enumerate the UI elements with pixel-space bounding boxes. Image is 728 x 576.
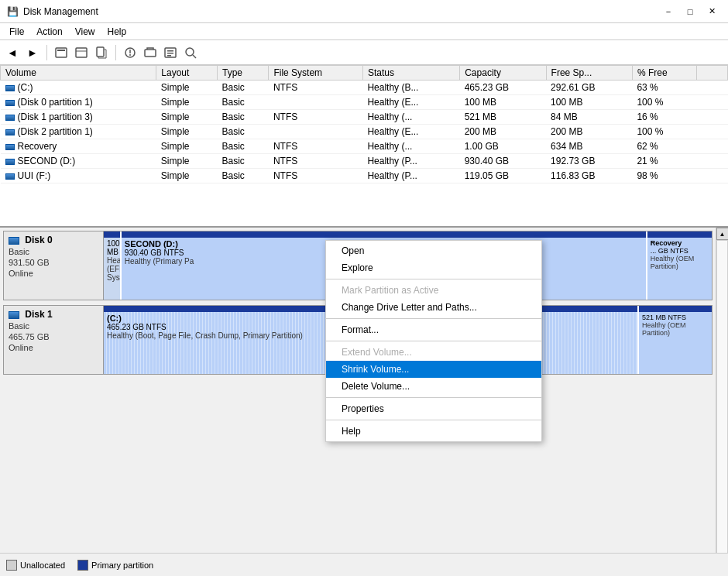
disk-0-label: Disk 0 Basic 931.50 GB Online bbox=[3, 231, 104, 300]
context-menu-separator bbox=[326, 341, 541, 341]
cell-extra bbox=[697, 110, 728, 125]
toolbar-btn-1[interactable] bbox=[52, 43, 70, 62]
legend-primary-label: Primary partition bbox=[91, 561, 153, 570]
toolbar-btn-3[interactable] bbox=[92, 43, 111, 62]
context-menu: OpenExploreMark Partition as ActiveChang… bbox=[325, 240, 542, 442]
disk-0-part-recovery-content: Recovery ... GB NTFS Healthy (OEM Partit… bbox=[647, 238, 712, 300]
legend-unallocated: Unallocated bbox=[6, 560, 65, 571]
table-row[interactable]: (C:) Simple Basic NTFS Healthy (B... 465… bbox=[1, 81, 728, 95]
cell-fs: NTFS bbox=[269, 110, 363, 125]
cell-layout: Simple bbox=[156, 125, 218, 139]
disk-0-part-efi[interactable]: 100 MB Healthy (EFI Syste bbox=[104, 231, 122, 300]
toolbar-btn-4[interactable] bbox=[121, 43, 139, 62]
table-row[interactable]: (Disk 1 partition 3) Simple Basic NTFS H… bbox=[1, 110, 728, 125]
cell-capacity: 521 MB bbox=[460, 110, 546, 125]
disk-0-name: Disk 0 bbox=[9, 235, 98, 245]
table-row[interactable]: Recovery Simple Basic NTFS Healthy (... … bbox=[1, 139, 728, 154]
menu-bar: File Action View Help bbox=[0, 23, 728, 40]
context-menu-item-change-drive-letter-and-paths-[interactable]: Change Drive Letter and Paths... bbox=[326, 299, 541, 316]
disk-1-size: 465.75 GB bbox=[9, 332, 98, 341]
disk-1-icon bbox=[9, 311, 19, 319]
cell-volume: UUI (F:) bbox=[1, 169, 156, 183]
table-row[interactable]: (Disk 0 partition 1) Simple Basic Health… bbox=[1, 95, 728, 110]
context-menu-item-format-[interactable]: Format... bbox=[326, 321, 541, 338]
context-menu-separator bbox=[326, 397, 541, 398]
context-menu-item-extend-volume-: Extend Volume... bbox=[326, 344, 541, 361]
cell-free: 200 MB bbox=[546, 125, 632, 139]
volume-table-container[interactable]: Volume Layout Type File System Status Ca… bbox=[0, 65, 728, 228]
disk-1-label: Disk 1 Basic 465.75 GB Online bbox=[3, 305, 104, 375]
disk-1-title: Disk 1 bbox=[25, 309, 52, 320]
toolbar: ◄ ► bbox=[0, 40, 728, 65]
cell-volume: (Disk 1 partition 3) bbox=[1, 110, 156, 125]
cell-free: 292.61 GB bbox=[546, 81, 632, 95]
cell-capacity: 930.40 GB bbox=[460, 154, 546, 169]
svg-rect-12 bbox=[167, 55, 171, 57]
cell-capacity: 100 MB bbox=[460, 95, 546, 110]
disk-0-title: Disk 0 bbox=[25, 235, 52, 245]
cell-capacity: 465.23 GB bbox=[460, 81, 546, 95]
toolbar-btn-2[interactable] bbox=[72, 43, 91, 62]
context-menu-item-properties[interactable]: Properties bbox=[326, 400, 541, 417]
disk-0-type: Basic bbox=[9, 247, 98, 256]
disk-1-status: Online bbox=[9, 343, 98, 352]
context-menu-item-shrink-volume-[interactable]: Shrink Volume... bbox=[326, 361, 541, 378]
disk-0-size: 931.50 GB bbox=[9, 258, 98, 267]
col-status[interactable]: Status bbox=[362, 66, 459, 81]
toolbar-btn-6[interactable] bbox=[161, 43, 180, 62]
svg-line-14 bbox=[193, 55, 196, 58]
toolbar-btn-5[interactable] bbox=[141, 43, 160, 62]
menu-help[interactable]: Help bbox=[101, 23, 133, 39]
context-menu-item-open[interactable]: Open bbox=[326, 242, 541, 259]
cell-pct: 100 % bbox=[632, 125, 696, 139]
col-pctfree[interactable]: % Free bbox=[632, 66, 696, 81]
disk-1-part-oem[interactable]: 521 MB NTFS Healthy (OEM Partition) bbox=[639, 306, 712, 374]
cell-free: 634 MB bbox=[546, 139, 632, 154]
cell-free: 84 MB bbox=[546, 110, 632, 125]
cell-pct: 98 % bbox=[632, 169, 696, 183]
minimize-button[interactable]: − bbox=[658, 4, 678, 19]
col-freespace[interactable]: Free Sp... bbox=[546, 66, 632, 81]
svg-rect-1 bbox=[57, 50, 65, 51]
window-controls: − □ ✕ bbox=[658, 4, 722, 19]
table-row[interactable]: SECOND (D:) Simple Basic NTFS Healthy (P… bbox=[1, 154, 728, 169]
disk-0-part-recovery[interactable]: Recovery ... GB NTFS Healthy (OEM Partit… bbox=[647, 231, 712, 300]
cell-pct: 62 % bbox=[632, 139, 696, 154]
scroll-track[interactable] bbox=[716, 240, 728, 564]
disk-1-type: Basic bbox=[9, 321, 98, 331]
disk-0-icon bbox=[9, 237, 19, 245]
col-filesystem[interactable]: File System bbox=[269, 66, 363, 81]
title-bar: 💾 Disk Management − □ ✕ bbox=[0, 0, 728, 23]
cell-fs: NTFS bbox=[269, 139, 363, 154]
menu-action[interactable]: Action bbox=[30, 23, 68, 39]
context-menu-item-help[interactable]: Help bbox=[326, 423, 541, 440]
cell-type: Basic bbox=[218, 169, 269, 183]
toolbar-btn-7[interactable] bbox=[181, 43, 200, 62]
scroll-up-arrow[interactable]: ▲ bbox=[716, 228, 729, 240]
close-button[interactable]: ✕ bbox=[702, 4, 722, 19]
menu-file[interactable]: File bbox=[3, 23, 30, 39]
legend-primary-box bbox=[77, 560, 88, 571]
cell-status: Healthy (B... bbox=[362, 81, 459, 95]
col-layout[interactable]: Layout bbox=[156, 66, 218, 81]
cell-fs: NTFS bbox=[269, 169, 363, 183]
toolbar-forward[interactable]: ► bbox=[23, 43, 42, 62]
toolbar-back[interactable]: ◄ bbox=[3, 43, 22, 62]
maximize-button[interactable]: □ bbox=[680, 4, 700, 19]
cell-type: Basic bbox=[218, 110, 269, 125]
col-type[interactable]: Type bbox=[218, 66, 269, 81]
context-menu-item-delete-volume-[interactable]: Delete Volume... bbox=[326, 378, 541, 395]
table-row[interactable]: (Disk 2 partition 1) Simple Basic Health… bbox=[1, 125, 728, 139]
svg-rect-8 bbox=[145, 50, 156, 57]
legend-bar: Unallocated Primary partition bbox=[0, 553, 716, 576]
menu-view[interactable]: View bbox=[69, 23, 101, 39]
col-volume[interactable]: Volume bbox=[1, 66, 156, 81]
context-menu-item-explore[interactable]: Explore bbox=[326, 259, 541, 276]
cell-capacity: 1.00 GB bbox=[460, 139, 546, 154]
table-row[interactable]: UUI (F:) Simple Basic NTFS Healthy (P...… bbox=[1, 169, 728, 183]
toolbar-sep-1 bbox=[46, 45, 47, 60]
disk-0-part-second-bar bbox=[122, 231, 646, 238]
disk-0-status: Online bbox=[9, 269, 98, 278]
right-scrollbar[interactable]: ▲ ▼ bbox=[716, 228, 728, 576]
col-capacity[interactable]: Capacity bbox=[460, 66, 546, 81]
